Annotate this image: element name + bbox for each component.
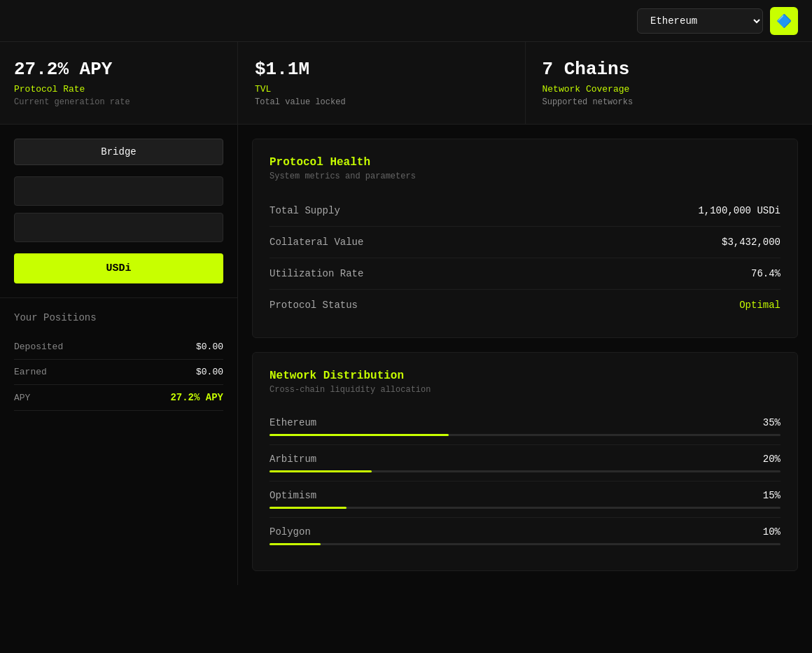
- network-pct-1: 20%: [763, 454, 780, 465]
- chains-stat-card: 7 Chains Network Coverage Supported netw…: [526, 42, 813, 124]
- apy-value: 27.2% APY: [14, 59, 223, 80]
- network-row-3: Polygon10%: [270, 518, 780, 554]
- protocol-status-label: Protocol Status: [270, 300, 358, 311]
- collateral-value-row: Collateral Value $3,432,000: [270, 227, 780, 258]
- tvl-value: $1.1M: [255, 59, 508, 80]
- tvl-label: TVL: [255, 84, 508, 94]
- progress-bar-bg-0: [270, 434, 780, 436]
- network-name-2: Optimism: [270, 490, 316, 501]
- total-supply-value: 1,100,000 USDi: [698, 205, 780, 216]
- network-pct-0: 35%: [763, 417, 780, 428]
- bridge-from-input[interactable]: [14, 176, 223, 206]
- network-pct-2: 15%: [763, 490, 780, 501]
- progress-bar-fill-0: [270, 434, 449, 436]
- main-content: Bridge USDi Your Positions Deposited $0.…: [0, 125, 812, 585]
- total-supply-row: Total Supply 1,100,000 USDi: [270, 195, 780, 227]
- position-deposited: Deposited $0.00: [14, 335, 223, 360]
- right-stats: $1.1M TVL Total value locked 7 Chains Ne…: [238, 42, 812, 124]
- earned-label: Earned: [14, 367, 47, 377]
- wallet-button[interactable]: 🔷: [770, 7, 798, 35]
- apy-stat-card: 27.2% APY Protocol Rate Current generati…: [0, 42, 238, 124]
- position-apy: APY 27.2% APY: [14, 385, 223, 411]
- wallet-icon: 🔷: [776, 13, 792, 29]
- network-row-0: Ethereum35%: [270, 409, 780, 445]
- left-panel: Bridge USDi Your Positions Deposited $0.…: [0, 125, 238, 585]
- positions-title: Your Positions: [14, 312, 223, 323]
- network-selector[interactable]: EthereumArbitrumOptimismPolygonBSC: [637, 8, 763, 34]
- deposited-value: $0.00: [196, 342, 223, 352]
- protocol-health-title: Protocol Health: [270, 156, 780, 169]
- bridge-button[interactable]: USDi: [14, 253, 223, 283]
- collateral-label: Collateral Value: [270, 237, 363, 248]
- protocol-status-value: Optimal: [739, 300, 780, 311]
- network-pct-3: 10%: [763, 526, 780, 538]
- chains-value: 7 Chains: [542, 59, 796, 80]
- position-earned: Earned $0.00: [14, 360, 223, 385]
- header: EthereumArbitrumOptimismPolygonBSC 🔷: [0, 0, 812, 42]
- network-dist-subtitle: Cross-chain liquidity allocation: [270, 385, 780, 395]
- total-supply-label: Total Supply: [270, 205, 340, 216]
- protocol-health-section: Protocol Health System metrics and param…: [252, 139, 798, 338]
- collateral-value: $3,432,000: [722, 237, 780, 248]
- network-name-3: Polygon: [270, 526, 311, 538]
- network-rows-container: Ethereum35%Arbitrum20%Optimism15%Polygon…: [270, 409, 780, 554]
- utilization-value: 76.4%: [751, 268, 780, 279]
- network-name-1: Arbitrum: [270, 454, 316, 465]
- utilization-rate-row: Utilization Rate 76.4%: [270, 258, 780, 290]
- progress-bar-fill-2: [270, 507, 346, 509]
- progress-bar-fill-3: [270, 543, 321, 545]
- network-row-1: Arbitrum20%: [270, 445, 780, 482]
- right-panel: Protocol Health System metrics and param…: [238, 125, 812, 585]
- top-stats-row: 27.2% APY Protocol Rate Current generati…: [0, 42, 812, 125]
- deposited-label: Deposited: [14, 342, 63, 352]
- utilization-label: Utilization Rate: [270, 268, 363, 279]
- protocol-health-subtitle: System metrics and parameters: [270, 171, 780, 181]
- bridge-tab[interactable]: Bridge: [14, 139, 223, 165]
- progress-bar-bg-1: [270, 470, 780, 472]
- network-row-2: Optimism15%: [270, 482, 780, 518]
- progress-bar-fill-1: [270, 470, 372, 472]
- network-name-0: Ethereum: [270, 417, 316, 428]
- tvl-stat-card: $1.1M TVL Total value locked: [238, 42, 526, 124]
- earned-value: $0.00: [196, 367, 223, 377]
- bridge-section: Bridge USDi: [0, 125, 237, 298]
- chains-sublabel: Supported networks: [542, 97, 796, 107]
- progress-bar-bg-3: [270, 543, 780, 545]
- tvl-sublabel: Total value locked: [255, 97, 508, 107]
- network-dist-title: Network Distribution: [270, 370, 780, 382]
- protocol-status-row: Protocol Status Optimal: [270, 290, 780, 321]
- apy-label: Protocol Rate: [14, 84, 223, 94]
- bridge-to-input[interactable]: [14, 213, 223, 242]
- network-distribution-section: Network Distribution Cross-chain liquidi…: [252, 352, 798, 571]
- positions-section: Your Positions Deposited $0.00 Earned $0…: [0, 298, 237, 425]
- apy-row-label: APY: [14, 393, 30, 403]
- chains-label: Network Coverage: [542, 84, 796, 94]
- apy-sublabel: Current generation rate: [14, 97, 223, 107]
- apy-row-value: 27.2% APY: [170, 392, 223, 403]
- progress-bar-bg-2: [270, 507, 780, 509]
